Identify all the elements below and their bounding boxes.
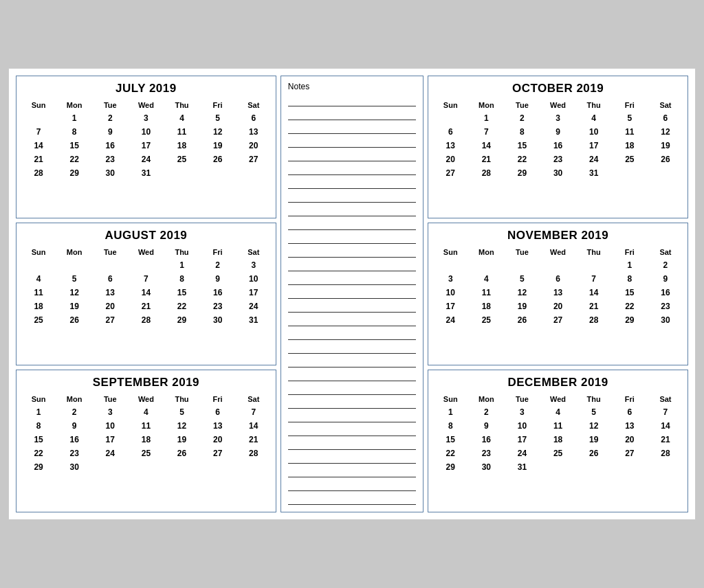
notes-line[interactable]	[288, 135, 416, 148]
day-cell: 23	[200, 299, 236, 313]
notes-line[interactable]	[288, 300, 416, 313]
day-cell	[56, 258, 92, 272]
month-box: JULY 2019SunMonTueWedThuFriSat1234567891…	[16, 76, 276, 218]
day-cell	[540, 258, 576, 272]
day-cell: 24	[432, 313, 468, 327]
notes-line[interactable]	[288, 218, 416, 230]
notes-line[interactable]	[288, 465, 416, 477]
day-cell: 3	[128, 111, 164, 125]
day-cell: 11	[21, 286, 56, 299]
cal-grid-inner: SunMonTueWedThuFriSat1234567891011121314…	[432, 394, 683, 474]
day-cell: 28	[648, 446, 683, 460]
notes-line[interactable]	[288, 424, 416, 436]
day-cell: 1	[56, 111, 92, 125]
notes-line[interactable]	[288, 493, 416, 505]
notes-line[interactable]	[288, 231, 416, 244]
day-cell	[164, 460, 199, 474]
notes-line[interactable]	[288, 259, 416, 271]
cal-grid-inner: SunMonTueWedThuFriSat1234566789101112131…	[432, 100, 683, 180]
day-header: Fri	[612, 100, 648, 111]
day-cell: 11	[128, 419, 164, 433]
day-cell: 22	[432, 446, 468, 460]
day-cell: 15	[164, 286, 199, 299]
notes-line[interactable]	[288, 479, 416, 491]
day-cell: 25	[128, 446, 164, 460]
day-header: Tue	[504, 100, 540, 111]
cal-grid-inner: SunMonTueWedThuFriSat1234567891011121314…	[21, 394, 272, 474]
day-cell: 22	[21, 446, 56, 460]
day-cell: 15	[56, 139, 92, 152]
day-cell: 30	[56, 460, 92, 474]
notes-line[interactable]	[288, 383, 416, 395]
day-cell	[612, 460, 648, 474]
day-cell: 5	[612, 111, 648, 125]
month-title: JULY 2019	[21, 82, 272, 95]
day-cell: 19	[164, 433, 199, 446]
day-cell: 30	[468, 460, 504, 474]
day-cell: 26	[200, 152, 236, 166]
notes-line[interactable]	[288, 94, 416, 106]
notes-box[interactable]: Notes	[280, 76, 424, 512]
notes-line[interactable]	[288, 122, 416, 134]
day-header: Sun	[432, 394, 468, 405]
day-cell: 12	[504, 286, 540, 299]
notes-line[interactable]	[288, 177, 416, 189]
notes-line[interactable]	[288, 341, 416, 354]
day-cell: 1	[468, 111, 504, 125]
day-cell: 27	[612, 446, 648, 460]
day-cell: 8	[432, 419, 468, 433]
notes-line[interactable]	[288, 163, 416, 175]
day-cell: 19	[576, 433, 612, 446]
day-cell: 21	[236, 433, 272, 446]
day-cell: 21	[648, 433, 683, 446]
notes-line[interactable]	[288, 410, 416, 422]
day-cell: 27	[200, 446, 236, 460]
day-cell: 11	[612, 125, 648, 139]
day-cell	[648, 166, 683, 180]
day-cell: 28	[128, 313, 164, 327]
notes-line[interactable]	[288, 286, 416, 299]
month-title: DECEMBER 2019	[432, 376, 683, 389]
day-header: Wed	[128, 247, 164, 258]
day-header: Sat	[648, 247, 683, 258]
notes-line[interactable]	[288, 451, 416, 464]
day-cell: 25	[612, 152, 648, 166]
day-cell: 14	[648, 419, 683, 433]
day-cell: 25	[468, 313, 504, 327]
day-cell	[92, 258, 128, 272]
notes-line[interactable]	[288, 369, 416, 381]
day-cell: 17	[432, 299, 468, 313]
notes-line[interactable]	[288, 190, 416, 203]
day-cell: 13	[92, 286, 128, 299]
day-cell: 1	[612, 258, 648, 272]
day-cell	[576, 460, 612, 474]
day-cell: 10	[92, 419, 128, 433]
notes-line[interactable]	[288, 314, 416, 326]
notes-label: Notes	[288, 82, 416, 91]
month-box: DECEMBER 2019SunMonTueWedThuFriSat123456…	[428, 370, 688, 512]
day-cell: 6	[612, 405, 648, 419]
day-header: Wed	[540, 394, 576, 405]
day-cell: 28	[468, 166, 504, 180]
day-header: Wed	[128, 394, 164, 405]
notes-line[interactable]	[288, 149, 416, 161]
notes-line[interactable]	[288, 355, 416, 368]
day-cell	[128, 460, 164, 474]
notes-line[interactable]	[288, 328, 416, 340]
notes-line[interactable]	[288, 245, 416, 258]
day-cell: 24	[576, 152, 612, 166]
notes-line[interactable]	[288, 396, 416, 409]
day-cell: 8	[164, 272, 199, 286]
day-cell: 7	[468, 125, 504, 139]
day-header: Fri	[612, 247, 648, 258]
notes-line[interactable]	[288, 438, 416, 450]
day-cell: 18	[21, 299, 56, 313]
day-cell: 2	[92, 111, 128, 125]
day-cell: 3	[540, 111, 576, 125]
day-cell: 3	[92, 405, 128, 419]
notes-line[interactable]	[288, 204, 416, 216]
notes-line[interactable]	[288, 273, 416, 285]
notes-line[interactable]	[288, 108, 416, 120]
day-cell: 2	[200, 258, 236, 272]
day-cell: 9	[468, 419, 504, 433]
